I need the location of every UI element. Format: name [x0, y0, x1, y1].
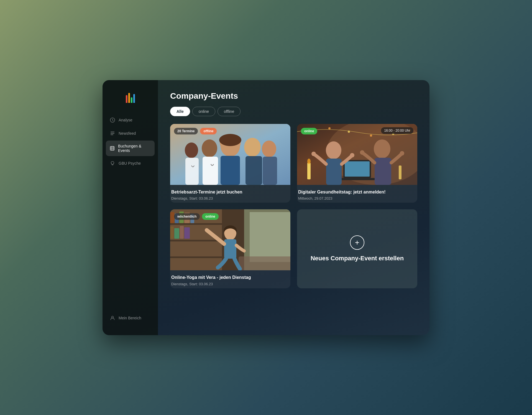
new-event-plus-icon: + — [350, 235, 364, 250]
page-title: Company-Events — [170, 91, 417, 101]
event-title-gesundheitstag: Digitaler Gesundheitstag: jetzt anmelden… — [298, 189, 416, 195]
svg-point-16 — [185, 142, 198, 158]
svg-rect-4 — [110, 146, 114, 150]
svg-rect-22 — [307, 163, 311, 179]
logo-bar-2 — [128, 93, 130, 103]
svg-point-32 — [374, 139, 390, 158]
svg-rect-2 — [111, 133, 114, 134]
event-title-betriebsarzt: Betriebsarzt-Termine jetzt buchen — [171, 189, 289, 195]
new-event-card[interactable]: + Neues Company-Event erstellen — [297, 209, 417, 288]
event-card-betriebsarzt[interactable]: 20 Termine offline Betriebsarzt-Termine … — [170, 124, 290, 203]
badge-wochentlich: wöchentlich — [174, 213, 200, 220]
event-image-betriebsarzt: 20 Termine offline — [170, 124, 290, 185]
svg-point-62 — [224, 228, 236, 237]
svg-point-28 — [326, 141, 341, 159]
event-date-gesundheitstag: Mittwoch, 29.07.2023 — [298, 196, 416, 200]
logo-bar-4 — [133, 94, 135, 103]
event-date-betriebsarzt: Dienstags, Start: 03.06.23 — [171, 196, 289, 200]
sidebar-item-mein-bereich[interactable]: Mein Bereich — [106, 312, 155, 324]
badge-container-yoga: wöchentlich online — [174, 213, 219, 220]
sidebar-item-buchungen-label: Buchungen & Events — [118, 144, 151, 153]
sidebar-item-gbu-psyche[interactable]: GBU Psyche — [106, 157, 155, 169]
svg-rect-44 — [170, 223, 222, 225]
svg-rect-13 — [203, 157, 218, 185]
svg-rect-9 — [221, 156, 240, 185]
svg-point-12 — [202, 139, 217, 157]
badge-offline-betriebsarzt: offline — [200, 128, 217, 134]
badge-termine: 20 Termine — [174, 128, 198, 134]
time-label: 16:00 - 20:00 Uhr — [381, 127, 413, 134]
filter-online[interactable]: online — [192, 107, 215, 116]
filter-alle[interactable]: Alle — [170, 107, 190, 116]
svg-point-18 — [262, 141, 276, 157]
svg-rect-15 — [245, 156, 262, 185]
svg-rect-17 — [185, 158, 199, 185]
svg-rect-46 — [170, 256, 222, 258]
analyse-icon — [110, 117, 115, 123]
svg-rect-24 — [399, 166, 401, 179]
svg-point-37 — [328, 127, 331, 129]
sidebar-item-analyse[interactable]: Analyse — [106, 114, 155, 126]
event-card-gesundheitstag[interactable]: online 16:00 - 20:00 Uhr Digitaler Gesun… — [297, 124, 417, 203]
event-image-gesundheitstag: online 16:00 - 20:00 Uhr — [297, 124, 417, 185]
svg-rect-29 — [326, 159, 342, 185]
sidebar-nav: Analyse Newsfeed — [103, 114, 158, 312]
events-grid: 20 Termine offline Betriebsarzt-Termine … — [170, 124, 417, 289]
sidebar-item-newsfeed[interactable]: Newsfeed — [106, 127, 155, 139]
app-window: Analyse Newsfeed — [103, 80, 429, 335]
event-image-yoga: wöchentlich online — [170, 209, 290, 270]
svg-rect-53 — [174, 228, 179, 239]
badge-container-gesundheitstag: online — [301, 128, 317, 134]
event-title-yoga: Online-Yoga mit Vera - jeden Dienstag — [171, 275, 289, 281]
svg-rect-52 — [170, 226, 174, 239]
sidebar-item-gbu-psyche-label: GBU Psyche — [119, 161, 141, 166]
svg-rect-57 — [250, 212, 290, 262]
sidebar-item-buchungen-events[interactable]: Buchungen & Events — [106, 141, 155, 156]
logo-container — [103, 88, 158, 114]
logo-bar-1 — [126, 95, 127, 103]
svg-rect-47 — [170, 212, 174, 223]
plus-symbol: + — [355, 238, 359, 247]
svg-point-35 — [400, 151, 404, 156]
svg-point-39 — [370, 134, 372, 137]
gbu-psyche-icon — [110, 161, 115, 166]
badge-online-gesundheitstag: online — [301, 128, 317, 134]
filter-tabs: Alle online offline — [170, 107, 417, 116]
event-date-yoga: Dienstags, Start: 03.06.23 — [171, 282, 289, 286]
svg-rect-60 — [224, 239, 236, 259]
svg-point-23 — [307, 159, 311, 164]
newsfeed-icon — [110, 131, 115, 136]
sidebar-item-newsfeed-label: Newsfeed — [119, 131, 136, 136]
svg-point-38 — [348, 131, 350, 133]
logo-bar-3 — [131, 97, 132, 103]
svg-rect-54 — [180, 226, 184, 239]
event-card-yoga[interactable]: wöchentlich online Online-Yoga mit Vera … — [170, 209, 290, 288]
svg-rect-19 — [263, 157, 277, 185]
svg-rect-3 — [111, 134, 113, 135]
new-event-label: Neues Company-Event erstellen — [311, 254, 404, 263]
svg-rect-55 — [184, 227, 190, 239]
svg-point-14 — [244, 138, 261, 157]
sidebar: Analyse Newsfeed — [103, 80, 158, 335]
event-info-yoga: Online-Yoga mit Vera - jeden Dienstag Di… — [170, 270, 290, 288]
mein-bereich-label: Mein Bereich — [119, 316, 141, 320]
user-icon — [110, 315, 115, 321]
filter-offline[interactable]: offline — [218, 107, 241, 116]
badge-container-betriebsarzt: 20 Termine offline — [174, 128, 217, 134]
svg-point-34 — [360, 150, 364, 155]
sidebar-item-analyse-label: Analyse — [119, 118, 132, 122]
svg-rect-58 — [239, 256, 290, 270]
event-info-gesundheitstag: Digitaler Gesundheitstag: jetzt anmelden… — [297, 185, 417, 203]
svg-rect-26 — [345, 161, 370, 177]
badge-online-yoga: online — [202, 213, 218, 220]
svg-rect-5 — [112, 165, 113, 165]
svg-point-31 — [350, 153, 354, 157]
svg-rect-27 — [339, 178, 375, 180]
sidebar-bottom: Mein Bereich — [103, 312, 158, 327]
badge-time-gesundheitstag: 16:00 - 20:00 Uhr — [381, 128, 413, 133]
svg-rect-1 — [111, 132, 114, 132]
svg-rect-33 — [375, 158, 391, 185]
main-content: Company-Events Alle online offline — [158, 80, 429, 335]
svg-point-11 — [219, 134, 241, 146]
svg-rect-45 — [170, 240, 222, 241]
